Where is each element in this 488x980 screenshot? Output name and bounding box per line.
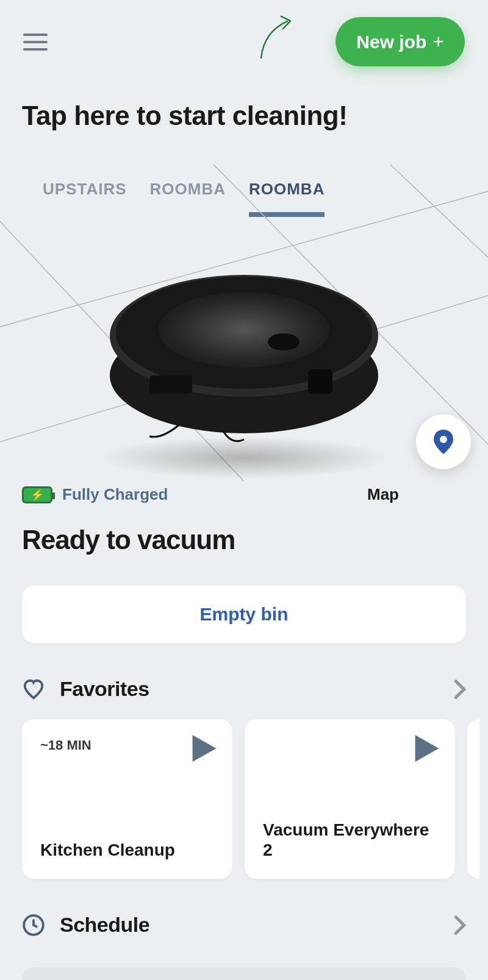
favorite-card[interactable]: ~18 MIN Kitchen Cleanup: [22, 719, 232, 879]
battery-status-text: Fully Charged: [62, 485, 168, 504]
new-job-label: New job: [356, 32, 426, 52]
map-pin-icon: [433, 430, 454, 454]
device-image: [0, 217, 488, 485]
page-title: Tap here to start cleaning!: [0, 66, 488, 131]
menu-button[interactable]: [23, 34, 48, 51]
svg-point-9: [268, 333, 300, 350]
chevron-right-icon: [454, 679, 466, 700]
svg-point-8: [159, 292, 329, 367]
svg-rect-10: [308, 369, 332, 394]
roomba-icon: [101, 254, 387, 449]
schedule-title: Schedule: [60, 913, 439, 937]
favorites-header[interactable]: Favorites: [0, 643, 488, 701]
device-status-title: Ready to vacuum: [0, 504, 488, 555]
favorites-list[interactable]: ~18 MIN Kitchen Cleanup Vacuum Everywher…: [0, 701, 488, 879]
svg-rect-11: [149, 375, 192, 394]
plus-icon: +: [432, 30, 444, 53]
battery-charging-icon: ⚡: [22, 486, 52, 503]
empty-bin-button[interactable]: Empty bin: [22, 586, 466, 643]
new-job-button[interactable]: New job +: [336, 17, 465, 66]
schedule-header[interactable]: Schedule: [0, 879, 488, 937]
favorite-duration: ~18 MIN: [40, 737, 214, 753]
favorite-title: Vacuum Everywhere 2: [263, 820, 437, 861]
favorites-title: Favorites: [60, 677, 439, 701]
favorite-title: Kitchen Cleanup: [40, 840, 214, 861]
schedule-promo-card[interactable]: Maintain clean week by: [22, 967, 466, 980]
play-icon[interactable]: [415, 735, 439, 762]
svg-point-12: [440, 436, 447, 443]
map-button[interactable]: [416, 414, 471, 469]
favorite-card-peek[interactable]: [467, 719, 479, 879]
play-icon[interactable]: [192, 735, 217, 762]
chevron-right-icon: [454, 915, 466, 936]
clock-icon: [22, 914, 45, 937]
map-label: Map: [367, 485, 399, 504]
heart-icon: [22, 678, 45, 701]
favorite-card[interactable]: Vacuum Everywhere 2: [245, 719, 455, 879]
